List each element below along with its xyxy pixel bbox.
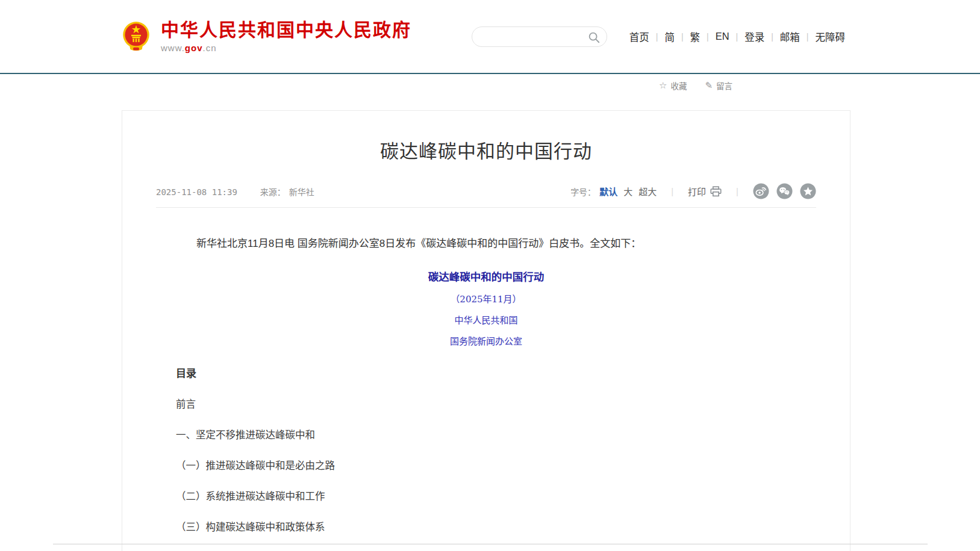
pencil-icon: ✎ [705, 80, 713, 91]
nav-simplified[interactable]: 简 [658, 30, 681, 44]
page-actions: ☆ 收藏 ✎ 留言 [659, 79, 732, 92]
nav-login[interactable]: 登录 [738, 30, 771, 44]
site-header: 中华人民共和国中央人民政府 www.gov.cn 首页| 简| 繁| EN| 登… [0, 0, 980, 73]
site-url: www.gov.cn [161, 43, 411, 53]
meta-divider-line [156, 207, 816, 208]
nav-home[interactable]: 首页 [623, 30, 656, 44]
nav-english[interactable]: EN [709, 31, 736, 42]
star-outline-icon: ☆ [659, 80, 667, 91]
article-card: 碳达峰碳中和的中国行动 2025-11-08 11:39 来源：新华社 字号： … [122, 110, 850, 551]
toc-item: 前言 [176, 396, 796, 411]
favorite-label: 收藏 [670, 79, 687, 92]
nav-accessibility[interactable]: 无障碍 [809, 30, 852, 44]
font-size-label: 字号： [570, 185, 596, 198]
printer-icon [710, 186, 722, 197]
top-nav: 首页| 简| 繁| EN| 登录| 邮箱| 无障碍 [623, 30, 852, 44]
article-title: 碳达峰碳中和的中国行动 [156, 136, 816, 163]
article-toolbar: 字号： 默认 大 超大 | 打印 | [570, 183, 816, 199]
weibo-share-icon[interactable] [753, 183, 769, 199]
search-box[interactable] [472, 26, 607, 47]
toc-item: （三）构建碳达峰碳中和政策体系 [176, 519, 796, 534]
lead-paragraph: 新华社北京11月8日电 国务院新闻办公室8日发布《碳达峰碳中和的中国行动》白皮书… [176, 236, 796, 252]
toolbar-separator: | [671, 186, 673, 196]
article-meta-row: 2025-11-08 11:39 来源：新华社 字号： 默认 大 超大 | 打印 [156, 183, 816, 199]
toc-title: 目录 [176, 365, 796, 380]
wechat-share-icon[interactable] [776, 183, 793, 199]
site-title: 中华人民共和国中央人民政府 [161, 20, 411, 41]
document-author-line2: 国务院新闻办公室 [176, 334, 796, 347]
document-title: 碳达峰碳中和的中国行动 [176, 269, 796, 284]
font-size-default-button[interactable]: 默认 [599, 185, 617, 198]
font-size-large-button[interactable]: 大 [623, 185, 632, 198]
font-size-xlarge-button[interactable]: 超大 [638, 185, 657, 198]
bottom-divider-line [53, 544, 928, 544]
national-emblem-icon [120, 19, 152, 54]
document-date: （2025年11月） [176, 292, 796, 305]
toc-item: 一、坚定不移推进碳达峰碳中和 [176, 427, 796, 441]
message-button[interactable]: ✎ 留言 [705, 79, 732, 92]
article-body: 新华社北京11月8日电 国务院新闻办公室8日发布《碳达峰碳中和的中国行动》白皮书… [156, 236, 816, 551]
toc-item: （二）系统推进碳达峰碳中和工作 [176, 488, 796, 503]
header-divider-line [0, 73, 980, 74]
message-label: 留言 [716, 79, 732, 92]
document-author-line1: 中华人民共和国 [176, 313, 796, 326]
source: 来源：新华社 [260, 185, 314, 198]
toc-item: （一）推进碳达峰碳中和是必由之路 [176, 458, 796, 472]
publish-date: 2025-11-08 11:39 [156, 187, 237, 197]
search-icon[interactable] [587, 31, 601, 44]
search-input[interactable] [482, 27, 584, 46]
toolbar-separator: | [736, 186, 738, 196]
share-icons [753, 183, 816, 199]
favorite-button[interactable]: ☆ 收藏 [659, 79, 687, 92]
print-button[interactable]: 打印 [688, 185, 722, 198]
nav-mail[interactable]: 邮箱 [773, 30, 807, 44]
nav-traditional[interactable]: 繁 [684, 30, 707, 44]
star-share-icon[interactable] [800, 183, 816, 199]
site-logo-link[interactable]: 中华人民共和国中央人民政府 www.gov.cn [120, 19, 411, 54]
